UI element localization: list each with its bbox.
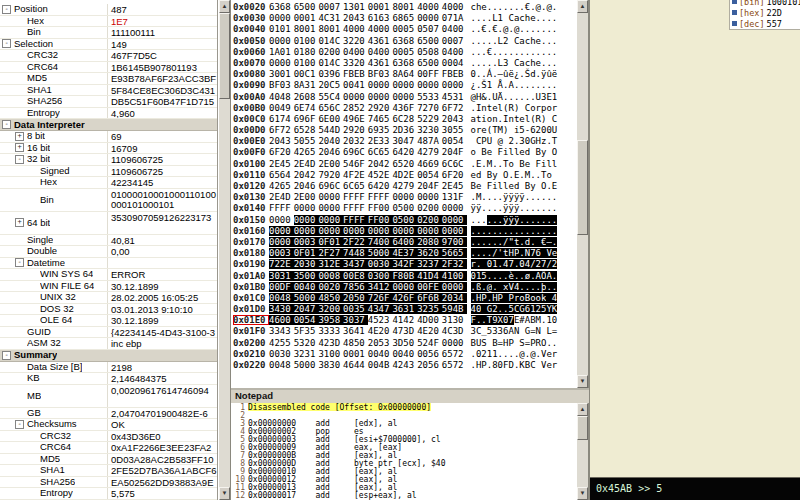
hex-word[interactable]: 0396 <box>318 69 343 79</box>
hex-word[interactable]: 0000 <box>417 226 442 236</box>
hex-word[interactable]: 594B <box>442 304 467 314</box>
ascii-char[interactable]: . <box>519 271 524 281</box>
hex-word[interactable]: 6368 <box>392 36 417 46</box>
hex-word[interactable]: 00C1 <box>294 69 319 79</box>
hex-row[interactable]: 0x00B000496E74656C28522920436F72706F72.I… <box>233 103 576 114</box>
hex-word[interactable]: 2E45 <box>269 159 294 169</box>
expander-icon[interactable] <box>28 489 37 498</box>
hex-word[interactable]: 014C <box>318 58 343 68</box>
ascii-char[interactable] <box>546 293 551 303</box>
ascii-char[interactable]: . <box>552 58 557 68</box>
expander-icon[interactable] <box>28 281 37 290</box>
ascii-char[interactable]: . <box>481 248 486 258</box>
hex-word[interactable]: 2E4D <box>269 192 294 202</box>
hex-word[interactable]: 9700 <box>442 237 467 247</box>
hex-ascii-column[interactable]: 0..Á.–ûë¿.Šd.ÿûë <box>471 69 558 79</box>
hex-word[interactable]: 0005 <box>392 47 417 57</box>
hex-word[interactable]: 0000 <box>368 226 393 236</box>
hex-word[interactable]: FFFF <box>368 192 393 202</box>
hex-word[interactable]: 0000 <box>392 92 417 102</box>
conversion-item[interactable]: [hex] 22D <box>730 7 800 18</box>
hex-word[interactable]: 3430 <box>269 304 294 314</box>
hex-word[interactable]: 2E00 <box>318 159 343 169</box>
hex-word[interactable]: F80B <box>392 271 417 281</box>
ascii-char[interactable]: . <box>481 226 486 236</box>
hex-word[interactable]: 312E <box>318 259 343 269</box>
hex-word[interactable]: 4361 <box>368 36 393 46</box>
hex-word[interactable]: 3235 <box>417 304 442 314</box>
expander-icon[interactable] <box>28 477 37 486</box>
scroll-up-icon[interactable]: ▲ <box>577 0 588 13</box>
hex-ascii-column[interactable]: .M....ÿÿÿÿ...... <box>471 192 558 202</box>
hex-word[interactable]: 2E45 <box>442 181 467 191</box>
hex-word[interactable]: 6500 <box>294 2 319 12</box>
expander-icon[interactable]: - <box>15 155 24 164</box>
expander-icon[interactable] <box>15 97 24 106</box>
hex-word[interactable]: 2053 <box>368 338 393 348</box>
hex-row[interactable]: 0x0140FFFF00000000FFFFFF00050002000000ÿÿ… <box>233 203 576 214</box>
hex-word[interactable]: 0048 <box>269 360 294 370</box>
hex-word[interactable]: 6F72 <box>269 125 294 135</box>
expander-icon[interactable] <box>15 16 24 25</box>
hex-ascii-column[interactable]: .HP.HP ProBook 4 <box>471 293 558 303</box>
hex-word[interactable]: 7400 <box>368 237 393 247</box>
notepad-line[interactable]: 12 0x00000017 add [esp+eax], al <box>231 491 576 499</box>
info-row[interactable]: Bin 01000010001000110100000101000101 <box>0 189 217 212</box>
hex-word[interactable]: 0300 <box>368 271 393 281</box>
hex-word[interactable]: 6420 <box>392 147 417 157</box>
hex-ascii-column[interactable]: ......ÿÿÿ....... <box>471 215 558 225</box>
notepad-line[interactable]: 6 0x00000009 add eax, [eax] <box>231 443 576 451</box>
hex-word[interactable]: 4D00 <box>417 315 442 325</box>
hex-word[interactable]: 0000 <box>269 13 294 23</box>
ascii-char[interactable]: A <box>546 271 551 281</box>
ascii-char[interactable]: Y <box>546 304 551 314</box>
hex-word[interactable]: 0008 <box>318 271 343 281</box>
hex-word[interactable]: 8001 <box>392 2 417 12</box>
hex-word[interactable]: 487A <box>417 136 442 146</box>
expander-icon[interactable] <box>28 195 37 204</box>
hex-word[interactable]: 0200 <box>417 215 442 225</box>
hex-word[interactable]: BF03 <box>269 80 294 90</box>
hex-word[interactable]: 0003 <box>294 237 319 247</box>
info-row[interactable]: CRC64 1B6145B907801193 <box>0 62 217 74</box>
hex-word[interactable]: 204F <box>442 147 467 157</box>
hex-word[interactable]: 6F72 <box>442 103 467 113</box>
ascii-char[interactable]: O <box>552 147 557 157</box>
notepad-line[interactable]: 4 0x00000002 pop es <box>231 427 576 435</box>
hex-word[interactable]: 0000 <box>294 203 319 213</box>
hex-word[interactable]: 426F <box>392 293 417 303</box>
ascii-char[interactable]: . <box>552 203 557 213</box>
hex-word[interactable]: 3641 <box>343 326 368 336</box>
ascii-char[interactable]: . <box>552 2 557 12</box>
notepad-scrollbar[interactable]: ▲ ▼ <box>576 403 589 500</box>
ascii-char[interactable]: . <box>546 215 551 225</box>
hex-ascii-column[interactable]: ....L1 Cache.... <box>471 13 558 23</box>
info-row[interactable]: + 16 bit 16709 <box>0 143 217 155</box>
hex-ascii-column[interactable]: 40 G2..5CG6125YK <box>471 304 558 314</box>
info-row[interactable]: GB 2,04704701900482E-6 <box>0 408 217 420</box>
expander-icon[interactable] <box>15 247 24 256</box>
hex-word[interactable]: 656C <box>318 103 343 113</box>
expander-icon[interactable] <box>28 443 37 452</box>
info-row[interactable]: Bin 111100111 <box>0 27 217 39</box>
hex-word[interactable]: 0400 <box>343 47 368 57</box>
info-section-header[interactable]: - Summary <box>0 350 217 362</box>
hex-word[interactable]: 2042 <box>294 170 319 180</box>
ascii-char[interactable]: = <box>552 326 557 336</box>
hex-row[interactable]: 0x00D06F726528544D292069352D3632303055or… <box>233 125 576 136</box>
hex-word[interactable]: 3958 <box>318 315 343 325</box>
hex-word[interactable]: 452E <box>368 170 393 180</box>
ascii-char[interactable]: . <box>530 271 535 281</box>
hex-word[interactable]: 6F20 <box>269 147 294 157</box>
expander-icon[interactable] <box>28 293 37 302</box>
ascii-char[interactable]: . <box>552 192 557 202</box>
hex-word[interactable]: 4F2E <box>343 170 368 180</box>
hex-word[interactable]: 3231 <box>294 349 319 359</box>
ascii-char[interactable]: . <box>519 226 524 236</box>
hex-word[interactable]: 6572 <box>442 349 467 359</box>
ascii-char[interactable]: . <box>552 24 557 34</box>
ascii-char[interactable] <box>552 170 557 180</box>
expander-icon[interactable] <box>28 166 37 175</box>
hex-word[interactable]: 0000 <box>269 58 294 68</box>
hex-word[interactable]: 6C65 <box>343 181 368 191</box>
